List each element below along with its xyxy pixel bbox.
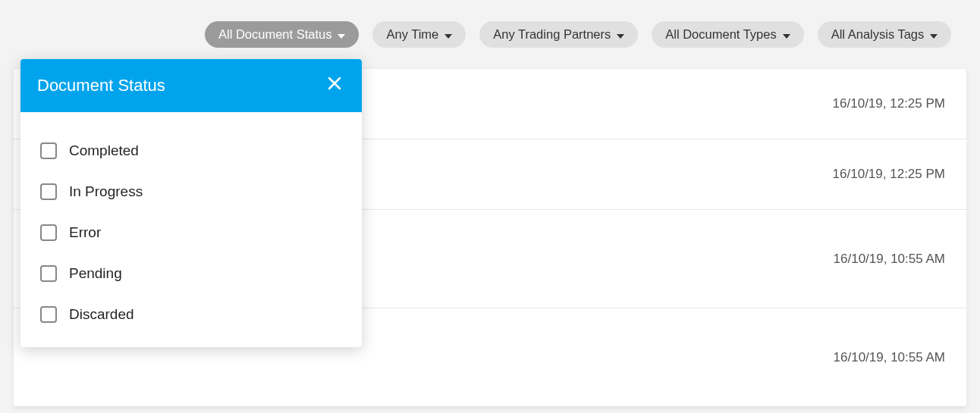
option-label: Pending — [69, 265, 122, 282]
dropdown-header: Document Status — [20, 59, 362, 112]
option-completed[interactable]: Completed — [20, 130, 362, 171]
filter-time[interactable]: Any Time — [372, 21, 466, 48]
checkbox-icon[interactable] — [40, 265, 57, 282]
close-icon — [327, 76, 342, 91]
filter-label: Any Trading Partners — [493, 27, 611, 42]
filter-trading-partners[interactable]: Any Trading Partners — [479, 21, 638, 48]
caret-down-icon — [338, 27, 345, 42]
checkbox-icon[interactable] — [40, 183, 57, 200]
option-label: Discarded — [69, 306, 134, 323]
filter-document-status[interactable]: All Document Status — [205, 21, 359, 48]
option-label: Error — [69, 224, 101, 241]
option-pending[interactable]: Pending — [20, 253, 362, 294]
option-label: Completed — [69, 142, 139, 159]
checkbox-icon[interactable] — [40, 306, 57, 323]
filter-label: All Document Types — [665, 27, 776, 42]
row-timestamp: 16/10/19, 10:55 AM — [834, 252, 945, 267]
caret-down-icon — [930, 27, 938, 42]
option-label: In Progress — [69, 183, 143, 200]
document-status-dropdown: Document Status Completed In Progress Er… — [20, 59, 362, 347]
option-in-progress[interactable]: In Progress — [20, 171, 362, 212]
filter-label: All Document Status — [218, 27, 331, 42]
row-timestamp: 16/10/19, 10:55 AM — [834, 350, 945, 365]
row-timestamp: 16/10/19, 12:25 PM — [833, 167, 945, 182]
filter-label: All Analysis Tags — [831, 27, 925, 42]
caret-down-icon — [617, 27, 624, 42]
caret-down-icon — [783, 27, 790, 42]
dropdown-title: Document Status — [37, 76, 165, 95]
close-button[interactable] — [324, 73, 345, 99]
filter-analysis-tags[interactable]: All Analysis Tags — [818, 21, 952, 48]
checkbox-icon[interactable] — [40, 224, 57, 241]
option-discarded[interactable]: Discarded — [20, 294, 362, 335]
option-list: Completed In Progress Error Pending Disc… — [20, 112, 362, 347]
caret-down-icon — [444, 27, 452, 42]
filter-document-types[interactable]: All Document Types — [652, 21, 803, 48]
filter-label: Any Time — [386, 27, 438, 42]
option-error[interactable]: Error — [20, 212, 362, 253]
checkbox-icon[interactable] — [40, 142, 57, 159]
row-timestamp: 16/10/19, 12:25 PM — [833, 96, 945, 111]
